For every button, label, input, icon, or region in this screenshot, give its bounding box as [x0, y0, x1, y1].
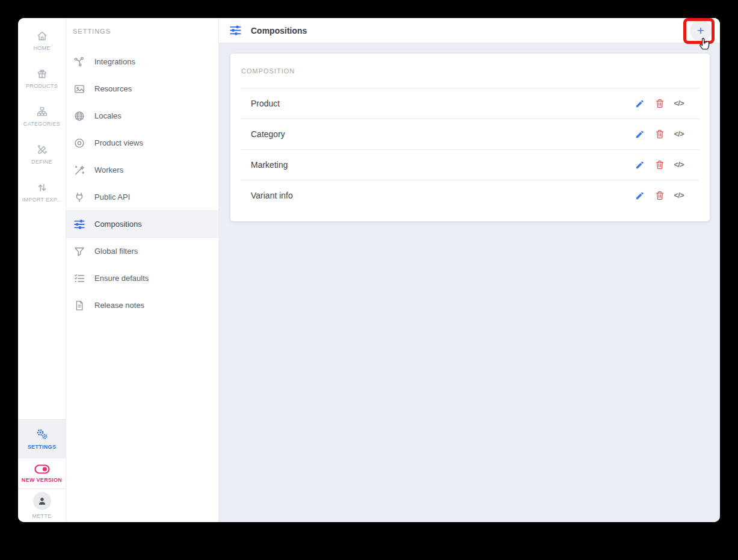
checklist-icon [73, 272, 85, 285]
home-icon [36, 30, 48, 42]
sidebar-item-product-views[interactable]: Product views [66, 129, 218, 156]
sidebar-header: SETTINGS [66, 28, 218, 35]
delete-button[interactable] [654, 128, 666, 140]
globe-icon [73, 110, 85, 122]
code-button[interactable]: </> [674, 159, 684, 171]
pencil-icon [635, 190, 645, 201]
rail-item-label: IMPORT EXP... [22, 197, 61, 203]
main-panel: Compositions + COMPOSITION Product </> C… [219, 18, 720, 522]
sliders-icon [73, 218, 85, 230]
sidebar-item-release-notes[interactable]: Release notes [66, 292, 218, 319]
sidebar-item-label: Release notes [94, 301, 144, 310]
image-icon [73, 83, 85, 95]
table-row: Category </> [241, 118, 700, 149]
edit-button[interactable] [634, 97, 646, 109]
sidebar-item-label: Ensure defaults [94, 274, 149, 283]
products-icon [36, 68, 48, 80]
delete-button[interactable] [654, 189, 666, 202]
sidebar-item-label: Product views [94, 138, 143, 147]
rail-bottom-group: SETTINGS NEW VERSION METTE [18, 419, 66, 522]
sidebar-item-label: Public API [94, 192, 130, 202]
pencil-icon [635, 98, 645, 109]
edit-button[interactable] [634, 159, 646, 171]
trash-icon [654, 98, 665, 109]
code-button[interactable]: </> [674, 97, 684, 109]
rail-item-categories[interactable]: CATEGORIES [18, 102, 66, 130]
eye-circle-icon [73, 137, 85, 149]
delete-button[interactable] [654, 159, 666, 171]
settings-sidebar: SETTINGS Integrations Resources Locales … [66, 18, 219, 522]
composition-name: Marketing [241, 160, 288, 170]
table-row: Product </> [241, 88, 700, 118]
sidebar-item-label: Compositions [94, 220, 142, 229]
app-window: HOME PRODUCTS CATEGORIES DEFINE IMPORT E… [18, 18, 720, 522]
compositions-card: COMPOSITION Product </> Category [230, 54, 710, 221]
sidebar-item-label: Global filters [94, 247, 138, 256]
rail-item-label: CATEGORIES [23, 121, 60, 127]
integrations-icon [73, 56, 85, 68]
avatar [33, 492, 51, 510]
table-row: Marketing </> [241, 149, 700, 180]
sidebar-item-label: Resources [94, 84, 132, 93]
rail-item-home[interactable]: HOME [18, 26, 66, 54]
toggle-switch-icon [34, 464, 50, 474]
rail-top-group: HOME PRODUCTS CATEGORIES DEFINE IMPORT E… [18, 18, 66, 419]
rail-item-define[interactable]: DEFINE [18, 140, 66, 168]
rail-item-user[interactable]: METTE [18, 488, 66, 522]
delete-button[interactable] [654, 97, 666, 109]
rail-item-label: SETTINGS [28, 444, 56, 450]
sidebar-item-compositions[interactable]: Compositions [66, 211, 218, 238]
pencil-icon [635, 159, 645, 170]
edit-button[interactable] [634, 128, 646, 140]
rail-item-label: NEW VERSION [22, 477, 62, 483]
rail-item-import-export[interactable]: IMPORT EXP... [18, 178, 66, 206]
document-icon [73, 300, 85, 312]
sidebar-item-workers[interactable]: Workers [66, 156, 218, 183]
gears-icon [35, 428, 49, 441]
trash-icon [654, 190, 665, 201]
content-area: COMPOSITION Product </> Category [219, 43, 720, 522]
trash-icon [654, 129, 665, 140]
main-header: Compositions + [219, 18, 720, 43]
design-tools-icon [36, 144, 48, 156]
sidebar-item-public-api[interactable]: Public API [66, 183, 218, 211]
row-actions: </> [634, 159, 700, 171]
import-export-arrows-icon [36, 182, 48, 194]
sliders-icon [229, 24, 242, 37]
rail-item-settings[interactable]: SETTINGS [18, 419, 66, 458]
row-actions: </> [634, 189, 700, 202]
sidebar-item-integrations[interactable]: Integrations [66, 48, 218, 75]
rail-item-label: HOME [33, 45, 50, 51]
page-title: Compositions [251, 26, 307, 35]
row-actions: </> [634, 97, 700, 109]
categories-tree-icon [36, 106, 48, 118]
code-button[interactable]: </> [674, 189, 684, 202]
sidebar-item-global-filters[interactable]: Global filters [66, 238, 218, 265]
composition-name: Product [241, 99, 280, 108]
table-row: Variant info </> [241, 180, 700, 211]
sidebar-item-label: Workers [94, 165, 123, 174]
composition-name: Category [241, 129, 285, 139]
sidebar-item-label: Locales [94, 111, 121, 120]
rail-item-label: DEFINE [31, 159, 52, 165]
composition-name: Variant info [241, 191, 293, 200]
rail-item-label: PRODUCTS [26, 83, 58, 89]
add-composition-button[interactable]: + [690, 20, 712, 42]
user-name-label: METTE [32, 513, 52, 519]
rail-item-products[interactable]: PRODUCTS [18, 64, 66, 92]
primary-nav-rail: HOME PRODUCTS CATEGORIES DEFINE IMPORT E… [18, 18, 66, 522]
row-actions: </> [634, 128, 700, 140]
sidebar-item-ensure-defaults[interactable]: Ensure defaults [66, 265, 218, 292]
edit-button[interactable] [634, 189, 646, 202]
table-column-header: COMPOSITION [230, 54, 710, 88]
pencil-icon [635, 129, 645, 140]
magic-wand-icon [73, 164, 85, 176]
rail-item-new-version[interactable]: NEW VERSION [18, 458, 66, 488]
sidebar-item-locales[interactable]: Locales [66, 102, 218, 129]
trash-icon [654, 159, 665, 170]
sidebar-item-resources[interactable]: Resources [66, 75, 218, 102]
plug-icon [73, 191, 85, 203]
code-button[interactable]: </> [674, 128, 684, 140]
funnel-icon [73, 245, 85, 257]
sidebar-item-label: Integrations [94, 57, 135, 66]
